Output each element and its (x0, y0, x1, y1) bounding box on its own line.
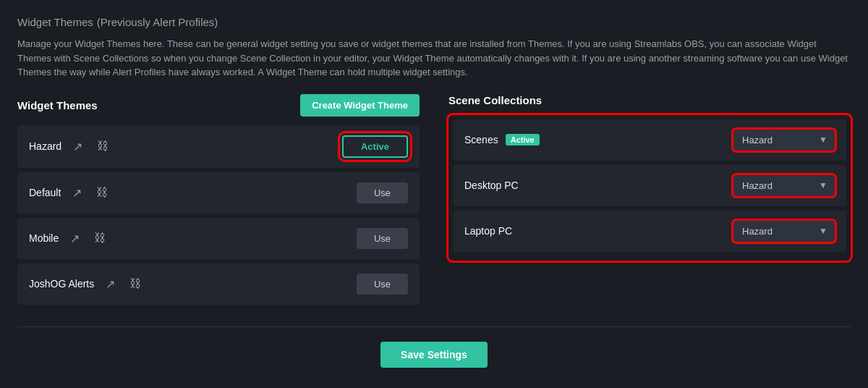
theme-row: Default↗⛓Use (17, 172, 420, 214)
link-icon[interactable]: ⛓ (127, 276, 144, 292)
use-button[interactable]: Use (357, 274, 408, 295)
theme-name: Mobile (29, 232, 59, 244)
scene-select-wrapper: HazardDefaultMobileJoshOG Alerts▼ (733, 221, 835, 242)
scene-collections-section-label: Scene Collections (448, 94, 542, 106)
theme-name: JoshOG Alerts (29, 278, 94, 290)
link-icon[interactable]: ⛓ (91, 230, 109, 246)
share-icon[interactable]: ↗ (103, 276, 118, 292)
widget-themes-panel: Widget Themes Create Widget Theme Hazard… (17, 94, 420, 309)
share-icon[interactable]: ↗ (67, 230, 82, 247)
scene-row: ScenesActiveHazardDefaultMobileJoshOG Al… (453, 119, 846, 161)
theme-name: Default (29, 187, 61, 198)
scene-list: ScenesActiveHazardDefaultMobileJoshOG Al… (453, 119, 846, 252)
scene-select-wrapper: HazardDefaultMobileJoshOG Alerts▼ (733, 130, 835, 151)
share-icon[interactable]: ↗ (69, 185, 85, 201)
link-icon[interactable]: ⛓ (94, 138, 111, 154)
scene-name: Laptop PC (464, 225, 512, 237)
footer: Save Settings (17, 326, 851, 368)
theme-row: Hazard↗⛓Active (17, 125, 420, 168)
active-badge: Active (506, 134, 540, 146)
scene-name: Desktop PC (464, 180, 519, 191)
link-icon[interactable]: ⛓ (93, 185, 111, 201)
scene-select-wrapper: HazardDefaultMobileJoshOG Alerts▼ (733, 175, 835, 196)
scene-row: Laptop PCHazardDefaultMobileJoshOG Alert… (453, 211, 846, 252)
scene-theme-select[interactable]: HazardDefaultMobileJoshOG Alerts (733, 130, 835, 151)
use-button[interactable]: Use (357, 182, 408, 203)
page-description: Manage your Widget Themes here. These ca… (17, 37, 849, 80)
scene-row: Desktop PCHazardDefaultMobileJoshOG Aler… (453, 165, 846, 206)
theme-list: Hazard↗⛓ActiveDefault↗⛓UseMobile↗⛓UseJos… (17, 125, 420, 305)
use-button[interactable]: Use (357, 228, 408, 249)
scene-collections-panel: Scene Collections ScenesActiveHazardDefa… (448, 94, 851, 309)
save-settings-button[interactable]: Save Settings (380, 342, 488, 368)
scene-theme-select[interactable]: HazardDefaultMobileJoshOG Alerts (733, 175, 835, 196)
scene-collections-highlight: ScenesActiveHazardDefaultMobileJoshOG Al… (448, 115, 851, 261)
widget-themes-section-label: Widget Themes (17, 99, 98, 111)
page-title: Widget Themes (Previously Alert Profiles… (17, 14, 851, 30)
theme-row: Mobile↗⛓Use (17, 218, 420, 259)
active-button[interactable]: Active (342, 135, 408, 158)
share-icon[interactable]: ↗ (70, 138, 85, 155)
theme-row: JoshOG Alerts↗⛓Use (17, 263, 420, 305)
scene-theme-select[interactable]: HazardDefaultMobileJoshOG Alerts (733, 221, 835, 242)
theme-name: Hazard (29, 140, 61, 152)
scene-name: Scenes (464, 134, 498, 146)
create-widget-theme-button[interactable]: Create Widget Theme (300, 94, 420, 117)
